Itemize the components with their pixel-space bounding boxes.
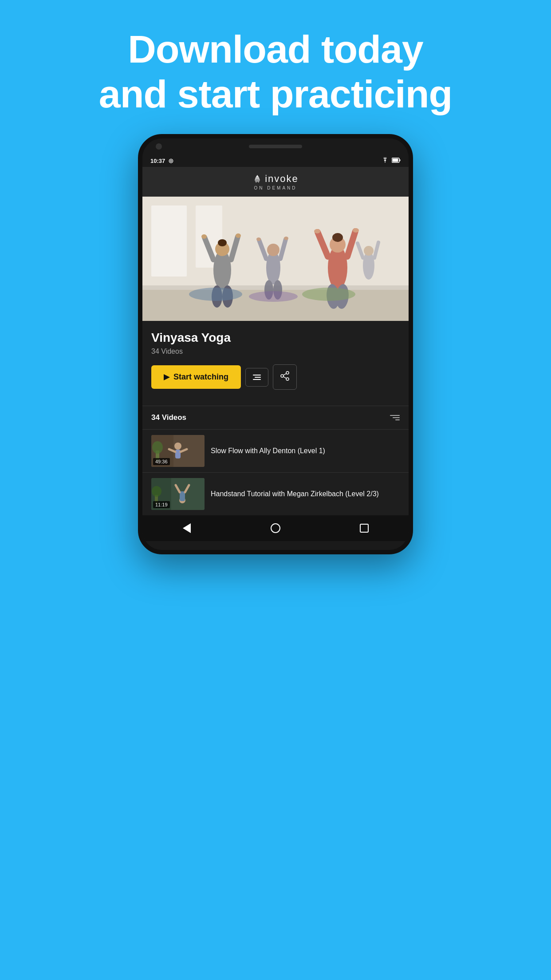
videos-header: 34 Videos [142, 406, 409, 429]
svg-point-27 [267, 244, 279, 256]
back-icon [183, 523, 191, 533]
video-title-2: Handstand Tutorial with Megan Zirkelbach… [211, 489, 400, 499]
page-title: Download today and start practicing [99, 27, 453, 116]
back-button[interactable] [176, 522, 198, 535]
app-logo: invoke ON DEMAND [142, 173, 409, 190]
phone-speaker [249, 145, 302, 148]
svg-point-53 [152, 441, 163, 454]
video-count: 34 Videos [151, 348, 400, 356]
action-buttons: Start watching [151, 364, 400, 390]
yoga-figures [142, 197, 409, 321]
video-item-2[interactable]: 11:19 Handstand Tutorial with Megan Zirk… [142, 472, 409, 515]
video-info-1: Slow Flow with Ally Denton (Level 1) [211, 446, 400, 456]
video-duration-1: 49:36 [153, 458, 170, 465]
battery-icon [392, 158, 401, 164]
recents-icon [360, 524, 369, 533]
status-left: 10:37 ◎ [150, 158, 173, 164]
home-button[interactable] [264, 522, 287, 535]
svg-line-44 [283, 374, 286, 375]
video-item-1[interactable]: 49:36 Slow Flow with Ally Denton (Level … [142, 429, 409, 472]
video-duration-2: 11:19 [153, 501, 170, 508]
svg-line-45 [283, 377, 286, 379]
videos-count-label: 34 Videos [151, 413, 186, 422]
content-section: Vinyasa Yoga 34 Videos Start watching [142, 321, 409, 406]
video-thumb-1: 49:36 [151, 435, 205, 467]
add-to-queue-button[interactable] [245, 368, 268, 387]
svg-point-61 [152, 486, 161, 497]
status-right [381, 157, 401, 164]
svg-point-38 [189, 288, 242, 301]
svg-point-14 [353, 228, 359, 233]
recents-button[interactable] [353, 522, 375, 535]
svg-point-23 [236, 233, 241, 238]
start-watching-label: Start watching [173, 372, 228, 382]
svg-point-42 [286, 378, 289, 380]
svg-point-41 [286, 371, 289, 374]
home-icon [271, 523, 280, 533]
app-content: Vinyasa Yoga 34 Videos Start watching [142, 321, 409, 515]
play-icon [164, 374, 170, 380]
logo-text: invoke [265, 173, 299, 185]
svg-point-30 [256, 237, 261, 241]
svg-point-43 [281, 375, 283, 377]
phone-frame: 10:37 ◎ [138, 134, 413, 554]
phone-bottom-notch [142, 541, 409, 550]
start-watching-button[interactable]: Start watching [151, 365, 241, 389]
phone-camera [156, 143, 162, 150]
svg-point-31 [284, 237, 288, 240]
status-bar: 10:37 ◎ [142, 154, 409, 167]
video-thumb-2: 11:19 [151, 478, 205, 510]
hero-image [142, 197, 409, 321]
share-button[interactable] [273, 364, 297, 390]
svg-point-40 [249, 291, 298, 302]
svg-point-39 [302, 288, 355, 301]
share-icon [280, 371, 289, 383]
wifi-icon [381, 157, 389, 164]
filter-icon[interactable] [390, 415, 400, 420]
video-title-1: Slow Flow with Ally Denton (Level 1) [211, 446, 400, 456]
phone-top-bar [142, 138, 409, 154]
svg-rect-2 [400, 159, 401, 161]
video-info-2: Handstand Tutorial with Megan Zirkelbach… [211, 489, 400, 499]
svg-rect-49 [175, 450, 181, 458]
logo-sub: ON DEMAND [254, 186, 297, 190]
svg-point-13 [314, 229, 320, 233]
app-header: invoke ON DEMAND [142, 167, 409, 197]
svg-rect-1 [393, 158, 398, 162]
svg-point-10 [332, 233, 343, 242]
svg-point-22 [201, 234, 207, 239]
svg-rect-5 [151, 205, 187, 277]
invoke-logo-icon [252, 174, 262, 184]
data-icon: ◎ [169, 158, 173, 164]
series-title: Vinyasa Yoga [151, 331, 400, 345]
svg-point-19 [218, 239, 227, 246]
svg-point-35 [364, 246, 374, 256]
logo-row: invoke [252, 173, 299, 185]
time-display: 10:37 [150, 158, 165, 164]
page-header: Download today and start practicing [63, 0, 488, 134]
svg-point-48 [174, 443, 181, 450]
bottom-nav [142, 515, 409, 541]
add-queue-icon [253, 375, 261, 380]
